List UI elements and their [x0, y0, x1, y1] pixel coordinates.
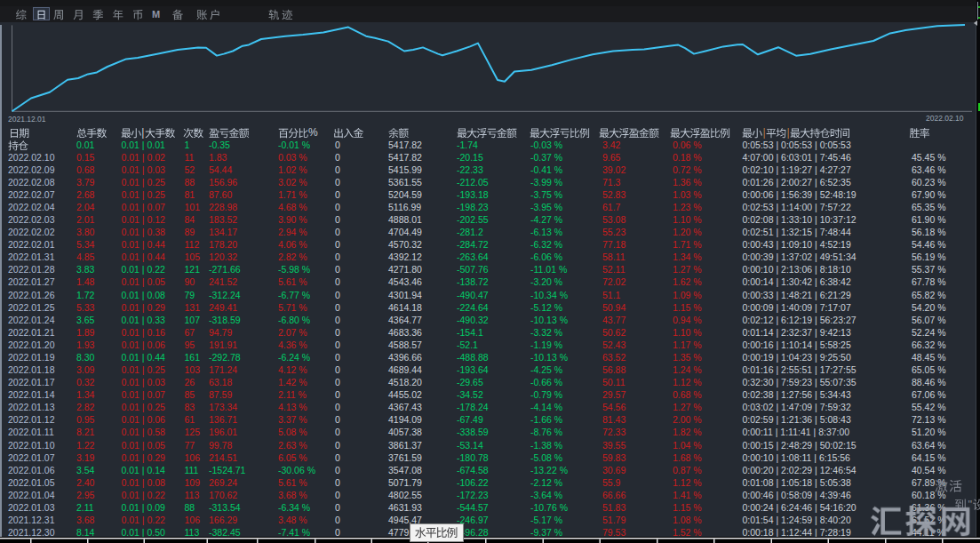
svg-text:%: % — [308, 126, 318, 139]
svg-text:|: | — [786, 126, 789, 139]
svg-text:|: | — [762, 126, 765, 139]
svg-text:|: | — [141, 126, 144, 139]
